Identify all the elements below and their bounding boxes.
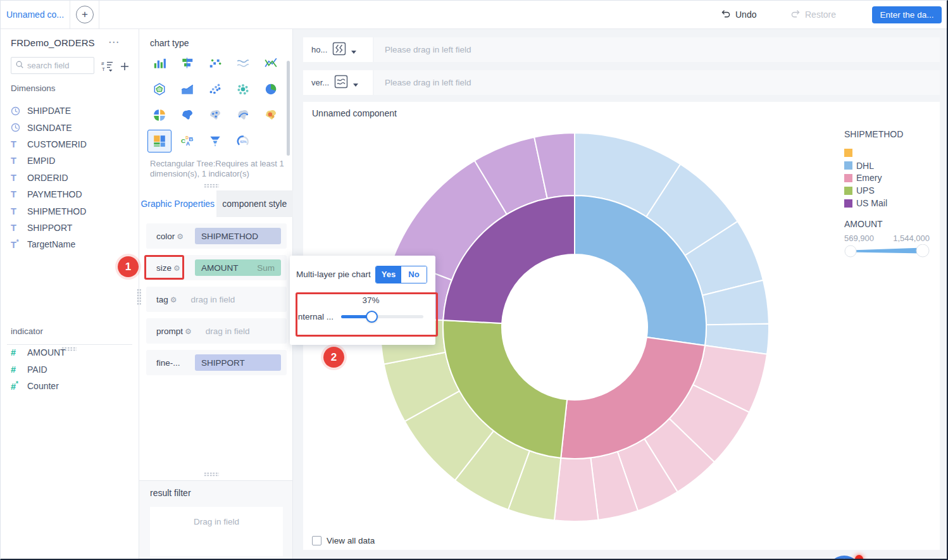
dimension-item-shipport[interactable]: TSHIPPORT: [1, 220, 139, 236]
dataset-more-icon[interactable]: ⋯: [108, 35, 120, 49]
legend-swatch: [844, 199, 852, 208]
map-filled-chart-icon[interactable]: [175, 104, 199, 127]
indicator-item-counter[interactable]: #*Counter: [1, 378, 139, 394]
restore-button[interactable]: Restore: [790, 1, 836, 28]
scatter-dots-chart-icon[interactable]: [203, 78, 227, 101]
svg-text:60%: 60%: [240, 140, 247, 144]
rect-tree-chart-icon[interactable]: [147, 130, 172, 152]
shipmethod-field-pill[interactable]: SHIPMETHOD: [195, 228, 281, 244]
bubble-cluster-chart-icon[interactable]: [231, 78, 255, 101]
fine-property-row[interactable]: fine-...SHIPPORT: [146, 350, 287, 375]
curve-lines-chart-icon[interactable]: [231, 52, 255, 75]
add-tab-button[interactable]: +: [76, 6, 94, 23]
field-sidebar: FRDemo_ORDERS ⋯ search field #T Dimensio…: [1, 29, 139, 559]
area-chart-chart-icon[interactable]: [175, 78, 199, 101]
map-flow-chart-icon[interactable]: [231, 104, 255, 127]
dimension-item-signdate[interactable]: SIGNDATE: [1, 119, 139, 135]
undo-icon: [721, 9, 731, 21]
map-points-chart-icon[interactable]: [203, 104, 227, 127]
hash-star-icon: #*: [11, 380, 27, 392]
enter-data-button[interactable]: Enter the da...: [872, 6, 942, 23]
prompt-property-row[interactable]: prompt⚙drag in field: [146, 318, 287, 344]
tab-component-style[interactable]: component style: [216, 190, 294, 217]
amount-field-pill[interactable]: AMOUNTSum: [195, 259, 281, 276]
internal-radius-label: Internal ...: [296, 312, 334, 321]
toggle-yes-button[interactable]: Yes: [376, 266, 401, 283]
legend-item-us-mail[interactable]: US Mail: [844, 197, 936, 209]
funnel-chart-icon[interactable]: [203, 130, 227, 152]
text-icon: T: [11, 206, 27, 216]
view-all-data-checkbox[interactable]: View all data: [312, 536, 375, 545]
pie-chart-chart-icon[interactable]: [259, 78, 283, 101]
properties-resize-grip[interactable]: [204, 472, 219, 476]
bar-chart-chart-icon[interactable]: [147, 52, 172, 75]
horizontal-axis-selector[interactable]: ho...: [303, 37, 373, 62]
checkbox-box[interactable]: [312, 536, 321, 545]
gauge-chart-icon[interactable]: 60%: [231, 130, 255, 152]
dimension-item-paymethod[interactable]: TPAYMETHOD: [1, 186, 139, 202]
chart-type-scrollbar[interactable]: [287, 61, 290, 156]
stacked-bar-chart-icon[interactable]: [175, 52, 199, 75]
svg-text:#: #: [101, 61, 104, 66]
indicator-item-amount[interactable]: #AMOUNT: [1, 344, 139, 361]
chart-legend: SHIPMETHOD DHLEmeryUPSUS Mail AMOUNT 569…: [844, 129, 936, 262]
add-field-icon[interactable]: [120, 61, 130, 74]
tab-graphic-properties[interactable]: Graphic Properties: [139, 190, 216, 217]
legend-item-dhl[interactable]: DHL: [844, 159, 936, 172]
size-property-row[interactable]: size⚙AMOUNTSum: [146, 255, 287, 280]
toggle-no-button[interactable]: No: [401, 266, 427, 283]
shipport-field-pill[interactable]: SHIPPORT: [195, 354, 281, 371]
legend-items: DHLEmeryUPSUS Mail: [844, 147, 936, 209]
hash-icon: #: [11, 347, 27, 358]
panel-resize-grip[interactable]: [137, 289, 142, 305]
legend-item-emery[interactable]: Emery: [844, 172, 936, 185]
scatter-step-chart-icon[interactable]: [203, 52, 227, 75]
gear-icon[interactable]: ⚙: [173, 264, 180, 273]
amount-range-slider[interactable]: [844, 244, 936, 262]
annotation-badge-1: 1: [118, 256, 139, 277]
restore-icon: [790, 9, 801, 21]
tag-property-row[interactable]: tag⚙drag in field: [146, 287, 287, 312]
result-filter-area: result filter Drag in field: [139, 481, 292, 559]
heat-map-chart-icon[interactable]: [259, 104, 283, 127]
dimensions-section-label: Dimensions: [11, 84, 56, 93]
color-property-row[interactable]: color⚙SHIPMETHOD: [146, 223, 287, 249]
dimension-item-shipmethod[interactable]: TSHIPMETHOD: [1, 202, 139, 219]
word-cloud-chart-icon[interactable]: CABD: [175, 130, 199, 152]
internal-radius-slider[interactable]: [341, 311, 423, 323]
chart-type-grid: CABD60%: [147, 52, 288, 156]
search-input[interactable]: search field: [11, 57, 94, 74]
dimension-item-shipdate[interactable]: SHIPDATE: [1, 103, 139, 119]
dimension-item-customerid[interactable]: TCUSTOMERID: [1, 136, 139, 152]
chart-type-label: chart type: [150, 38, 189, 48]
config-tabs: Graphic Properties component style: [139, 190, 293, 217]
gear-icon[interactable]: ⚙: [170, 296, 177, 304]
gear-icon[interactable]: ⚙: [185, 327, 192, 336]
vertical-axis-selector[interactable]: ver...: [303, 70, 373, 95]
field-sort-icon[interactable]: #T: [101, 60, 114, 75]
legend-item-blank[interactable]: [844, 147, 936, 159]
component-title: Unnamed component: [312, 108, 397, 118]
gear-icon[interactable]: ⚙: [177, 232, 184, 241]
undo-button[interactable]: Undo: [721, 1, 756, 28]
dimension-item-targetname[interactable]: T*TargetName: [1, 236, 139, 252]
slider-handle[interactable]: [366, 311, 378, 323]
dimension-item-orderid[interactable]: TORDERID: [1, 170, 139, 186]
tab-unnamed-component[interactable]: Unnamed co...: [1, 1, 70, 28]
quadrant-pie-chart-icon[interactable]: [147, 104, 172, 127]
prompt-drop-placeholder: drag in field: [206, 327, 250, 336]
dimension-item-empid[interactable]: TEMPID: [1, 152, 139, 169]
cross-lines-chart-icon[interactable]: [259, 52, 283, 75]
text-icon: T: [11, 173, 27, 183]
horizontal-axis-dropzone[interactable]: Please drag in left field: [374, 37, 940, 62]
svg-text:D: D: [185, 135, 189, 140]
radar-chart-icon[interactable]: [147, 78, 172, 101]
restore-label: Restore: [805, 9, 836, 20]
chart-type-resize-grip[interactable]: [204, 184, 219, 188]
indicator-item-paid[interactable]: #PAID: [1, 361, 139, 377]
clock-icon: [11, 106, 27, 116]
legend-swatch: [844, 161, 852, 170]
vertical-axis-dropzone[interactable]: Please drag in left field: [374, 70, 940, 95]
result-filter-dropzone[interactable]: Drag in field: [150, 507, 283, 556]
legend-item-ups[interactable]: UPS: [844, 184, 936, 197]
